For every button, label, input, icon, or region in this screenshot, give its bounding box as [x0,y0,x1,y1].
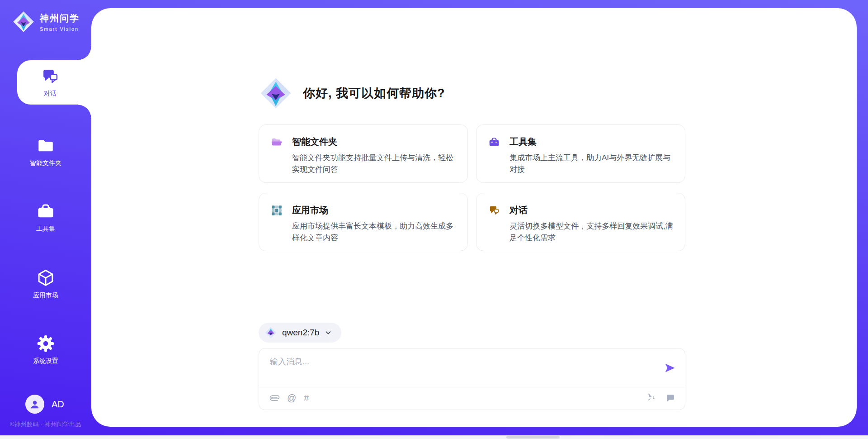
chat-icon [488,205,500,216]
composer-right-tools [648,393,675,403]
card-smart-folder[interactable]: 智能文件夹 智能文件夹功能支持批量文件上传与清洗，轻松实现文件问答 [259,124,468,183]
sidebar-item-smart-folder[interactable]: 智能文件夹 [0,136,91,167]
sidebar-item-label: 智能文件夹 [30,159,61,167]
avatar [25,395,44,414]
card-title: 工具集 [509,136,537,148]
folder-icon [36,136,55,155]
topic-icon[interactable]: # [304,393,309,403]
greeting-text: 你好, 我可以如何帮助你? [303,85,445,101]
grid-icon [271,205,283,216]
horizontal-scrollbar [0,435,868,439]
send-icon [664,362,676,374]
brand-name: 神州问学 [40,12,80,24]
horizontal-scrollbar-thumb[interactable] [506,436,560,439]
app-window: 你好, 我可以如何帮助你? 智能文件夹 智能文件夹功能支持批量文件上传与清洗，轻… [0,0,868,439]
toolbox-icon [488,136,500,148]
user-chip[interactable]: AD [25,395,64,414]
message-input[interactable] [270,356,650,384]
sidebar-item-toolset[interactable]: 工具集 [0,202,91,233]
main-content: 你好, 我可以如何帮助你? 智能文件夹 智能文件夹功能支持批量文件上传与清洗，轻… [259,8,685,427]
model-selector[interactable]: qwen2:7b [259,323,341,343]
card-title: 应用市场 [292,204,328,216]
sidebar-item-app-market[interactable]: 应用市场 [0,268,91,300]
card-app-market[interactable]: 应用市场 应用市场提供丰富长文本模板，助力高效生成多样化文章内容 [259,193,468,251]
card-title: 对话 [509,204,528,216]
card-description: 灵活切换多模型文件，支持多样回复效果调试,满足个性化需求 [509,220,673,244]
cube-icon [36,268,55,287]
sidebar-item-label: 工具集 [36,225,55,233]
card-toolset[interactable]: 工具集 集成市场上主流工具，助力AI与外界无缝扩展与对接 [476,124,685,183]
composer-divider [259,387,685,387]
sidebar-item-label: 系统设置 [33,357,58,365]
brand-subtitle: Smart Vision [40,26,80,32]
card-chat[interactable]: 对话 灵活切换多模型文件，支持多样回复效果调试,满足个性化需求 [476,193,685,251]
model-name: qwen2:7b [282,328,319,338]
sidebar: 神州问学 Smart Vision 对话 智能文件夹 [0,0,91,439]
history-icon[interactable] [648,393,658,403]
sidebar-item-label: 对话 [44,90,57,98]
greeting-block: 你好, 我可以如何帮助你? [259,76,445,110]
attachment-icon[interactable] [270,393,279,403]
send-button[interactable] [663,362,677,375]
card-title: 智能文件夹 [292,136,337,148]
gear-icon [36,334,55,353]
sidebar-item-chat[interactable]: 对话 [17,60,91,105]
folder-open-icon [271,136,283,148]
composer-left-tools: @ # [270,393,309,403]
sidebar-footer-text: ©神州数码 · 神州问学出品 [0,420,91,429]
user-initials: AD [52,399,64,410]
main-panel: 你好, 我可以如何帮助你? 智能文件夹 智能文件夹功能支持批量文件上传与清洗，轻… [91,8,857,427]
toolbox-icon [36,202,55,221]
brand: 神州问学 Smart Vision [12,10,80,33]
diamond-logo [264,326,277,339]
feature-cards: 智能文件夹 智能文件夹功能支持批量文件上传与清洗，轻松实现文件问答 [259,124,685,251]
card-description: 集成市场上主流工具，助力AI与外界无缝扩展与对接 [509,152,673,176]
sidebar-item-label: 应用市场 [33,291,58,300]
card-description: 应用市场提供丰富长文本模板，助力高效生成多样化文章内容 [292,220,456,244]
diamond-logo [12,10,35,33]
message-composer: @ # [259,348,685,410]
chevron-down-icon [324,329,332,337]
conversations-icon[interactable] [665,393,675,403]
diamond-logo [259,76,293,110]
card-description: 智能文件夹功能支持批量文件上传与清洗，轻松实现文件问答 [292,152,456,176]
mention-icon[interactable]: @ [287,393,296,403]
person-icon [29,398,41,410]
sidebar-item-settings[interactable]: 系统设置 [0,334,91,365]
chat-icon [41,67,60,86]
